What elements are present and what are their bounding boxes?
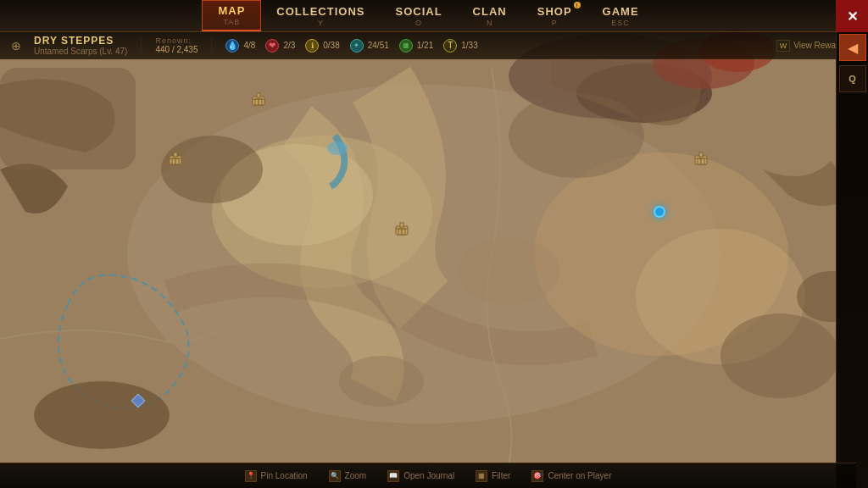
view-rewards-key-icon: W <box>776 40 791 52</box>
location-info: DRY STEPPES Untamed Scarps (Lv. 47) <box>34 35 127 56</box>
svg-rect-31 <box>402 229 405 235</box>
dungeon-marker-4[interactable] <box>693 151 709 168</box>
poi-marker[interactable] <box>133 396 143 406</box>
filter-icon: ▦ <box>476 470 487 482</box>
tab-social[interactable]: SOCIAL O <box>380 0 457 31</box>
waypoint-icon: 💧 <box>225 39 239 53</box>
info-value: 0/38 <box>323 41 339 50</box>
svg-point-9 <box>327 141 348 155</box>
renown-label: Renown: <box>155 36 198 45</box>
svg-rect-20 <box>255 99 259 105</box>
filter-button[interactable]: ▦ Filter <box>476 470 510 482</box>
dungeon-marker-1[interactable] <box>250 92 267 108</box>
renown-section: Renown: 440 / 2,435 <box>155 36 198 54</box>
pin-label: Pin Location <box>261 471 308 480</box>
stat-dungeons: ❤ 2/3 <box>265 39 295 53</box>
zoom-icon: 🔍 <box>329 470 341 482</box>
bottom-bar: 📍 Pin Location 🔍 Zoom 📖 Open Journal ▦ F… <box>0 463 856 488</box>
top-navigation: MAP TAB COLLECTIONS Y SOCIAL O CLAN N SH… <box>0 0 856 32</box>
cellars-value: 1/21 <box>417 41 433 50</box>
zoom-button[interactable]: 🔍 Zoom <box>329 470 367 482</box>
dungeon-icon: ❤ <box>265 39 279 53</box>
svg-point-13 <box>161 136 263 203</box>
nav-tab-list: MAP TAB COLLECTIONS Y SOCIAL O CLAN N SH… <box>202 0 654 31</box>
svg-rect-36 <box>701 158 704 164</box>
close-icon: ✕ <box>847 8 858 25</box>
svg-rect-33 <box>400 223 403 227</box>
svg-rect-23 <box>257 93 260 97</box>
quests-icon: T <box>443 39 457 53</box>
tab-shop[interactable]: SHOP P ! <box>522 0 587 31</box>
location-name: DRY STEPPES <box>34 35 127 47</box>
dungeon-value: 2/3 <box>283 41 295 50</box>
svg-point-12 <box>34 381 170 449</box>
tab-clan[interactable]: CLAN N <box>458 0 522 31</box>
stat-quests: T 1/33 <box>443 39 477 53</box>
divider2 <box>211 37 212 54</box>
filter-label: Filter <box>492 471 510 480</box>
quests-value: 1/33 <box>461 41 477 50</box>
svg-point-14 <box>509 93 644 178</box>
svg-rect-25 <box>172 158 175 164</box>
tab-map[interactable]: MAP TAB <box>202 0 261 31</box>
map-container[interactable] <box>0 0 856 488</box>
shop-notification-badge: ! <box>574 2 581 8</box>
stat-events: ✦ 24/51 <box>350 39 389 53</box>
stat-info: ℹ 0/38 <box>305 39 339 53</box>
collapse-button[interactable]: ◀ <box>839 34 866 61</box>
close-button[interactable]: ✕ <box>836 0 868 32</box>
location-bar: ⊕ DRY STEPPES Untamed Scarps (Lv. 47) Re… <box>0 32 856 59</box>
pin-icon: 📍 <box>245 470 257 482</box>
events-value: 24/51 <box>368 41 389 50</box>
tab-game[interactable]: GAME ESC <box>587 0 654 31</box>
svg-rect-26 <box>175 158 179 164</box>
center-icon: 🎯 <box>531 470 543 482</box>
svg-point-16 <box>458 237 559 305</box>
divider <box>141 37 142 54</box>
journal-icon: 📖 <box>387 470 399 482</box>
zoom-label: Zoom <box>345 471 367 480</box>
svg-point-15 <box>339 356 424 407</box>
svg-point-17 <box>721 313 839 398</box>
waypoint-marker[interactable] <box>654 206 665 218</box>
stat-waypoints: 💧 4/8 <box>225 39 255 53</box>
svg-rect-28 <box>174 152 177 157</box>
svg-rect-35 <box>698 158 701 164</box>
location-sublabel: Untamed Scarps (Lv. 47) <box>34 47 127 56</box>
svg-rect-6 <box>0 68 136 169</box>
renown-value: 440 / 2,435 <box>155 45 198 54</box>
pin-location-button[interactable]: 📍 Pin Location <box>245 470 308 482</box>
waypoint-value: 4/8 <box>243 41 255 50</box>
center-label: Center on Player <box>548 471 611 480</box>
info-icon: ℹ <box>305 39 319 53</box>
dungeon-marker-2[interactable] <box>167 151 184 168</box>
events-icon: ✦ <box>350 39 364 53</box>
svg-rect-38 <box>699 152 703 157</box>
dungeon-marker-3[interactable] <box>393 221 410 238</box>
center-on-player-button[interactable]: 🎯 Center on Player <box>531 470 611 482</box>
svg-rect-30 <box>398 229 402 235</box>
map-svg <box>0 0 856 488</box>
quest-button[interactable]: Q <box>839 65 866 92</box>
svg-rect-21 <box>259 99 262 105</box>
stat-cellars: ▦ 1/21 <box>399 39 433 53</box>
right-panel: ◀ Q <box>836 0 868 488</box>
open-journal-button[interactable]: 📖 Open Journal <box>387 470 454 482</box>
journal-label: Open Journal <box>403 471 454 480</box>
tab-collections[interactable]: COLLECTIONS Y <box>261 0 380 31</box>
location-icon: ⊕ <box>8 38 24 53</box>
cellars-icon: ▦ <box>399 39 413 53</box>
